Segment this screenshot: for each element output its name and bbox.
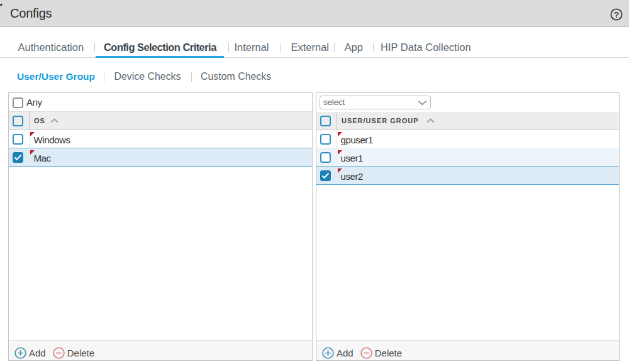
svg-text:?: ? xyxy=(613,9,618,19)
